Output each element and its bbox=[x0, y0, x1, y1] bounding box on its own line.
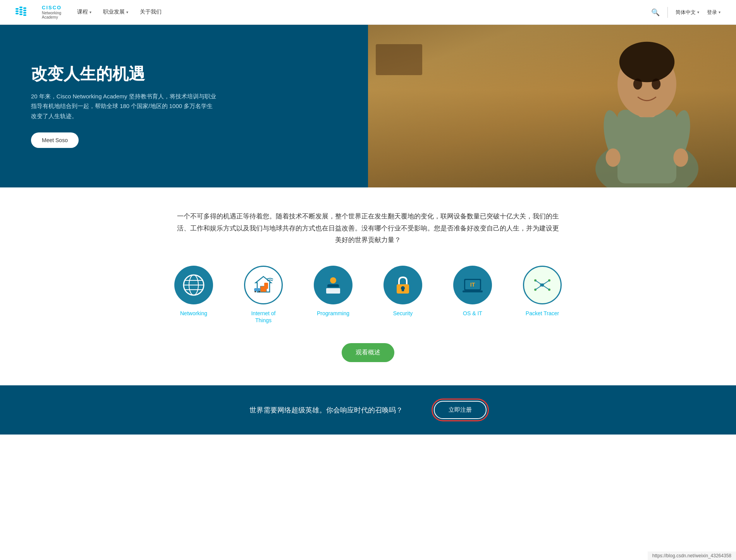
svg-text:IT: IT bbox=[470, 282, 475, 288]
hero-left: 改变人生的机遇 20 年来，Cisco Networking Academy 坚… bbox=[0, 25, 368, 187]
hero-title: 改变人生的机遇 bbox=[31, 64, 337, 84]
mid-intro-text: 一个不可多得的机遇正等待着您。随着技术不断发展，整个世界正在发生翻天覆地的变化，… bbox=[174, 211, 562, 246]
chevron-down-icon: ▾ bbox=[126, 10, 128, 14]
svg-point-31 bbox=[255, 291, 256, 292]
svg-rect-43 bbox=[463, 290, 483, 292]
svg-rect-2 bbox=[15, 8, 19, 10]
register-button[interactable]: 立即注册 bbox=[434, 401, 487, 419]
osit-icon: IT bbox=[453, 266, 492, 304]
cisco-logo[interactable]: CISCO Networking Academy bbox=[15, 5, 62, 19]
classroom-element bbox=[376, 44, 422, 75]
osit-icon-item[interactable]: IT OS & IT bbox=[449, 266, 496, 317]
programming-label: Programming bbox=[317, 310, 349, 317]
svg-point-20 bbox=[606, 148, 621, 167]
networking-svg bbox=[182, 273, 205, 297]
svg-rect-30 bbox=[254, 288, 260, 291]
navigation: CISCO Networking Academy 课程 ▾ 职业发展 ▾ 关于我… bbox=[0, 0, 736, 25]
networking-icon-item[interactable]: Networking bbox=[170, 266, 217, 317]
chevron-down-icon: ▾ bbox=[697, 10, 699, 14]
svg-rect-6 bbox=[19, 7, 22, 8]
chevron-down-icon: ▾ bbox=[719, 10, 721, 14]
svg-rect-36 bbox=[326, 288, 340, 294]
bottom-banner-text: 世界需要网络超级英雄。你会响应时代的召唤吗？ bbox=[249, 405, 403, 415]
svg-rect-1 bbox=[15, 13, 19, 14]
svg-rect-12 bbox=[617, 110, 676, 184]
networking-icon bbox=[174, 266, 213, 304]
security-label: Security bbox=[393, 310, 413, 317]
pt-icon: PT bbox=[523, 266, 562, 304]
svg-rect-9 bbox=[23, 7, 26, 9]
pt-icon-item[interactable]: PT Packet Tracer bbox=[519, 266, 566, 317]
svg-point-16 bbox=[633, 79, 642, 90]
hero-image bbox=[368, 25, 736, 187]
iot-label: Internet ofThings bbox=[251, 310, 275, 324]
academy-line2: Academy bbox=[42, 15, 62, 19]
mid-section: 一个不可多得的机遇正等待着您。随着技术不断发展，整个世界正在发生翻天覆地的变化，… bbox=[0, 187, 736, 385]
iot-icon bbox=[244, 266, 283, 304]
bottom-banner: 世界需要网络超级英雄。你会响应时代的召唤吗？ 立即注册 bbox=[0, 385, 736, 435]
svg-rect-39 bbox=[402, 288, 404, 291]
pt-svg: PT bbox=[531, 273, 554, 297]
nav-menu-courses[interactable]: 课程 ▾ bbox=[77, 9, 91, 15]
person-image bbox=[573, 25, 721, 187]
security-icon bbox=[383, 266, 422, 304]
language-selector[interactable]: 简体中文 ▾ bbox=[676, 9, 699, 16]
svg-point-32 bbox=[258, 291, 260, 292]
svg-rect-10 bbox=[23, 14, 26, 16]
hero-cta-button[interactable]: Meet Soso bbox=[31, 132, 79, 148]
svg-point-21 bbox=[673, 148, 688, 167]
svg-rect-29 bbox=[264, 283, 268, 289]
programming-svg bbox=[322, 273, 345, 297]
hero-section: 改变人生的机遇 20 年来，Cisco Networking Academy 坚… bbox=[0, 25, 736, 187]
nav-divider bbox=[667, 7, 668, 18]
svg-point-33 bbox=[330, 277, 336, 283]
svg-rect-8 bbox=[23, 12, 26, 14]
osit-svg: IT bbox=[461, 273, 484, 297]
svg-point-17 bbox=[652, 79, 660, 90]
nav-left: CISCO Networking Academy 课程 ▾ 职业发展 ▾ 关于我… bbox=[15, 5, 162, 19]
iot-svg bbox=[252, 273, 275, 297]
nav-menu-career[interactable]: 职业发展 ▾ bbox=[103, 9, 128, 15]
svg-rect-5 bbox=[19, 14, 22, 15]
iot-icon-item[interactable]: Internet ofThings bbox=[240, 266, 287, 324]
nav-menu-about[interactable]: 关于我们 bbox=[140, 9, 162, 15]
login-button[interactable]: 登录 ▾ bbox=[707, 9, 721, 16]
watch-overview-button[interactable]: 观看概述 bbox=[342, 343, 394, 362]
svg-text:PT: PT bbox=[540, 283, 545, 287]
cisco-brand: CISCO bbox=[42, 5, 62, 10]
programming-icon-item[interactable]: Programming bbox=[310, 266, 356, 317]
security-svg bbox=[391, 273, 414, 297]
academy-line1: Networking bbox=[42, 11, 62, 15]
osit-label: OS & IT bbox=[463, 310, 482, 317]
cisco-logo-svg bbox=[15, 6, 39, 18]
svg-point-15 bbox=[619, 42, 675, 82]
networking-label: Networking bbox=[180, 310, 207, 317]
hero-bg bbox=[368, 25, 736, 187]
svg-rect-4 bbox=[19, 11, 22, 13]
pt-label: Packet Tracer bbox=[526, 310, 559, 317]
nav-right: 🔍 简体中文 ▾ 登录 ▾ bbox=[651, 7, 721, 18]
chevron-down-icon: ▾ bbox=[89, 10, 91, 14]
security-icon-item[interactable]: Security bbox=[380, 266, 426, 317]
svg-rect-7 bbox=[23, 10, 26, 11]
svg-rect-3 bbox=[19, 9, 22, 10]
nav-menu: 课程 ▾ 职业发展 ▾ 关于我们 bbox=[77, 9, 162, 15]
course-icons-row: Networking Int bbox=[77, 266, 659, 324]
search-icon[interactable]: 🔍 bbox=[651, 8, 660, 17]
programming-icon bbox=[314, 266, 353, 304]
logo-text: CISCO Networking Academy bbox=[42, 5, 62, 19]
hero-description: 20 年来，Cisco Networking Academy 坚持教书育人，将技… bbox=[31, 91, 217, 121]
svg-rect-0 bbox=[15, 10, 19, 12]
watch-button-wrap: 观看概述 bbox=[77, 343, 659, 362]
